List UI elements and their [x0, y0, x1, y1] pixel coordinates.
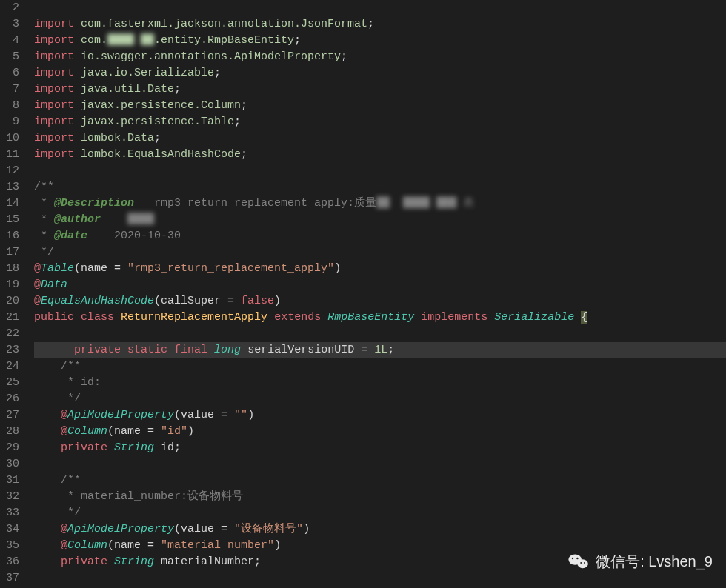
code-line: [34, 163, 726, 179]
line-number: 6: [0, 65, 19, 81]
code-line: import lombok.EqualsAndHashCode;: [34, 147, 726, 163]
line-number: 28: [0, 424, 19, 440]
code-line: [34, 0, 726, 16]
line-number: 23: [0, 342, 19, 358]
wechat-icon: [567, 552, 590, 570]
code-line: import javax.persistence.Table;: [34, 114, 726, 130]
code-line: */: [34, 505, 726, 521]
code-line: import com.fasterxml.jackson.annotation.…: [34, 16, 726, 33]
line-number: 15: [0, 212, 19, 228]
line-number: 4: [0, 33, 19, 49]
code-line: * @date 2020-10-30: [34, 228, 726, 244]
code-line: public class ReturnReplacementApply exte…: [34, 310, 726, 326]
code-line: @EqualsAndHashCode(callSuper = false): [34, 293, 726, 310]
line-number: 16: [0, 228, 19, 244]
line-number: 3: [0, 16, 19, 33]
code-line: [34, 570, 726, 587]
code-line: import java.util.Date;: [34, 81, 726, 98]
code-line: [34, 326, 726, 342]
line-number: 31: [0, 472, 19, 489]
line-number: 36: [0, 554, 19, 570]
line-number: 35: [0, 538, 19, 554]
code-line: import io.swagger.annotations.ApiModelPr…: [34, 49, 726, 65]
svg-point-5: [584, 562, 585, 564]
line-number: 24: [0, 358, 19, 375]
line-number: 26: [0, 391, 19, 407]
line-number: 14: [0, 196, 19, 212]
code-line: @ApiModelProperty(value = ""): [34, 407, 726, 424]
code-line: @Data: [34, 277, 726, 293]
svg-point-2: [572, 558, 573, 559]
code-line: [34, 456, 726, 472]
line-number: 8: [0, 98, 19, 114]
line-number: 25: [0, 375, 19, 391]
svg-point-3: [576, 558, 578, 559]
code-line: import com.████ ██.entity.RmpBaseEntity;: [34, 33, 726, 49]
code-line: * id:: [34, 375, 726, 391]
line-number: 32: [0, 489, 19, 505]
line-number: 34: [0, 521, 19, 538]
line-number: 12: [0, 163, 19, 179]
code-line: */: [34, 244, 726, 261]
code-line: @ApiModelProperty(value = "设备物料号"): [34, 521, 726, 538]
line-number: 22: [0, 326, 19, 342]
line-number: 2: [0, 0, 19, 16]
code-line: @Column(name = "id"): [34, 424, 726, 440]
line-number: 29: [0, 440, 19, 456]
line-number: 21: [0, 310, 19, 326]
line-number: 11: [0, 147, 19, 163]
code-line: import javax.persistence.Column;: [34, 98, 726, 114]
code-line: private static final long serialVersionU…: [34, 342, 726, 358]
line-number: 30: [0, 456, 19, 472]
line-number: 7: [0, 81, 19, 98]
code-line: /**: [34, 179, 726, 196]
code-line: private String id;: [34, 440, 726, 456]
code-line: * @Description rmp3_return_replacement_a…: [34, 196, 726, 212]
line-number: 19: [0, 277, 19, 293]
code-line: @Column(name = "material_number"): [34, 538, 726, 554]
line-number: 27: [0, 407, 19, 424]
line-number: 18: [0, 261, 19, 277]
svg-point-4: [580, 562, 582, 564]
line-number: 20: [0, 293, 19, 310]
code-line: /**: [34, 472, 726, 489]
code-area[interactable]: import com.fasterxml.jackson.annotation.…: [27, 0, 726, 588]
line-number-gutter: 2345678910111213141516171819202122232425…: [0, 0, 27, 588]
code-line: */: [34, 391, 726, 407]
watermark-text: 微信号: Lvshen_9: [596, 553, 713, 569]
code-line: @Table(name = "rmp3_return_replacement_a…: [34, 261, 726, 277]
svg-point-1: [578, 559, 588, 568]
code-editor: 2345678910111213141516171819202122232425…: [0, 0, 726, 588]
line-number: 37: [0, 570, 19, 587]
code-line: import java.io.Serializable;: [34, 65, 726, 81]
code-line: * @author ████: [34, 212, 726, 228]
watermark: 微信号: Lvshen_9: [567, 552, 713, 570]
code-line: * material_number:设备物料号: [34, 489, 726, 505]
line-number: 13: [0, 179, 19, 196]
code-line: /**: [34, 358, 726, 375]
line-number: 33: [0, 505, 19, 521]
line-number: 17: [0, 244, 19, 261]
line-number: 5: [0, 49, 19, 65]
line-number: 10: [0, 130, 19, 147]
code-line: import lombok.Data;: [34, 130, 726, 147]
line-number: 9: [0, 114, 19, 130]
